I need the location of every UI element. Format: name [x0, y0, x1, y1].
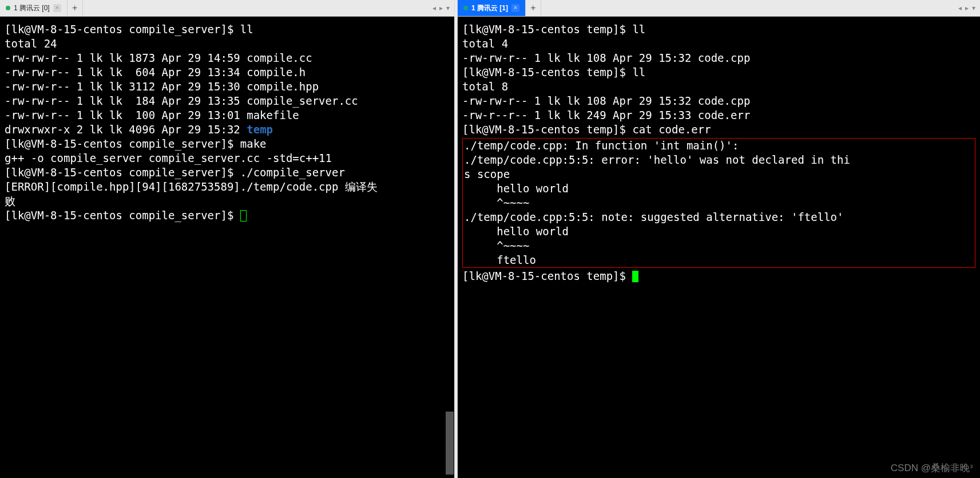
- terminal-text: total 4: [462, 37, 508, 50]
- cursor-icon: [240, 210, 247, 222]
- terminal-text: ftello: [464, 254, 536, 266]
- error-highlight-box: ./temp/code.cpp: In function 'int main()…: [462, 138, 975, 268]
- terminal-line: [lk@VM-8-15-centos temp]$ ll: [462, 22, 975, 37]
- terminal-text: hello world: [464, 182, 569, 195]
- terminal-line: g++ -o compile_server compile_server.cc …: [5, 151, 450, 165]
- terminal-text: -rw-rw-r-- 1 lk lk 184 Apr 29 13:35 comp…: [5, 94, 358, 107]
- terminal-text: [lk@VM-8-15-centos temp]$: [462, 270, 632, 282]
- left-pane: 1 腾讯云 [0] × + ◂ ▸ ▾ [lk@VM-8-15-centos c…: [0, 0, 454, 478]
- tab-next-icon[interactable]: ▸: [965, 4, 969, 12]
- terminal-line: total 4: [462, 37, 975, 51]
- terminal-text: [lk@VM-8-15-centos temp]$ ll: [462, 23, 645, 35]
- terminal-text: [lk@VM-8-15-centos compile_server]$ ll: [5, 23, 253, 35]
- terminal-text: total 24: [5, 37, 57, 50]
- right-new-tab-button[interactable]: +: [526, 0, 541, 16]
- terminal-line: -rw-rw-r-- 1 lk lk 604 Apr 29 13:34 comp…: [5, 65, 450, 80]
- terminal-line: [lk@VM-8-15-centos compile_server]$ ./co…: [5, 165, 450, 180]
- terminal-line: -rw-rw-r-- 1 lk lk 1873 Apr 29 14:59 com…: [5, 51, 450, 65]
- terminal-text: ^~~~~: [464, 196, 529, 209]
- terminal-line: ./temp/code.cpp:5:5: error: 'hello' was …: [464, 153, 974, 167]
- terminal-text: ^~~~~: [464, 239, 529, 252]
- terminal-line: ^~~~~: [464, 239, 974, 253]
- terminal-line: [lk@VM-8-15-centos temp]$ ll: [462, 65, 975, 80]
- left-tab-0[interactable]: 1 腾讯云 [0] ×: [0, 0, 68, 16]
- terminal-text: [lk@VM-8-15-centos temp]$ ll: [462, 66, 645, 78]
- terminal-line: -rw-rw-r-- 1 lk lk 108 Apr 29 15:32 code…: [462, 94, 975, 108]
- terminal-text: -rw-r--r-- 1 lk lk 249 Apr 29 15:33 code…: [462, 109, 750, 121]
- left-terminal[interactable]: [lk@VM-8-15-centos compile_server]$ llto…: [0, 17, 454, 478]
- terminal-line: ./temp/code.cpp:5:5: note: suggested alt…: [464, 210, 974, 224]
- terminal-line: [lk@VM-8-15-centos temp]$ cat code.err: [462, 123, 975, 137]
- left-tab-title: 1 腾讯云 [0]: [14, 0, 50, 16]
- left-tabbar: 1 腾讯云 [0] × + ◂ ▸ ▾: [0, 0, 454, 17]
- tab-prev-icon[interactable]: ◂: [433, 4, 436, 12]
- terminal-text: hello world: [464, 225, 569, 238]
- terminal-text: [ERROR][compile.hpp][94][1682753589]./te…: [5, 180, 378, 193]
- terminal-text: ./temp/code.cpp: In function 'int main()…: [464, 139, 739, 152]
- terminal-line: -rw-rw-r-- 1 lk lk 108 Apr 29 15:32 code…: [462, 51, 975, 65]
- close-icon[interactable]: ×: [511, 4, 519, 12]
- right-tab-title: 1 腾讯云 [1]: [471, 0, 508, 16]
- terminal-text: [lk@VM-8-15-centos temp]$ cat code.err: [462, 123, 711, 136]
- terminal-text: 败: [5, 195, 15, 207]
- terminal-line: ./temp/code.cpp: In function 'int main()…: [464, 139, 974, 153]
- terminal-text: -rw-rw-r-- 1 lk lk 604 Apr 29 13:34 comp…: [5, 66, 305, 78]
- tabbar-spacer: [541, 0, 954, 16]
- terminal-text: -rw-rw-r-- 1 lk lk 1873 Apr 29 14:59 com…: [5, 52, 312, 64]
- left-new-tab-button[interactable]: +: [68, 0, 83, 16]
- terminal-text: -rw-rw-r-- 1 lk lk 100 Apr 29 13:01 make…: [5, 109, 299, 121]
- right-tabbar: 1 腾讯云 [1] × + ◂ ▸ ▾: [458, 0, 980, 17]
- terminal-line: total 8: [462, 80, 975, 94]
- terminal-text: ./temp/code.cpp:5:5: note: suggested alt…: [464, 211, 843, 223]
- split-container: 1 腾讯云 [0] × + ◂ ▸ ▾ [lk@VM-8-15-centos c…: [0, 0, 980, 478]
- terminal-text: -rw-rw-r-- 1 lk lk 3112 Apr 29 15:30 com…: [5, 80, 319, 93]
- terminal-line: -rw-rw-r-- 1 lk lk 3112 Apr 29 15:30 com…: [5, 80, 450, 94]
- terminal-text: -rw-rw-r-- 1 lk lk 108 Apr 29 15:32 code…: [462, 94, 750, 107]
- terminal-text: [lk@VM-8-15-centos compile_server]$: [5, 209, 240, 222]
- scrollbar-thumb[interactable]: [446, 412, 454, 475]
- terminal-line: drwxrwxr-x 2 lk lk 4096 Apr 29 15:32 tem…: [5, 123, 450, 137]
- terminal-line: -rw-rw-r-- 1 lk lk 100 Apr 29 13:01 make…: [5, 108, 450, 123]
- terminal-line: hello world: [464, 224, 974, 239]
- cursor-icon: [632, 271, 638, 282]
- terminal-line: s scope: [464, 167, 974, 181]
- tab-next-icon[interactable]: ▸: [439, 4, 443, 12]
- tabbar-spacer: [83, 0, 428, 16]
- close-icon[interactable]: ×: [53, 4, 61, 12]
- terminal-text: temp: [247, 123, 273, 136]
- terminal-text: drwxrwxr-x 2 lk lk 4096 Apr 29 15:32: [5, 123, 247, 136]
- terminal-line: [lk@VM-8-15-centos compile_server]$: [5, 208, 450, 223]
- terminal-line: total 24: [5, 37, 450, 51]
- tab-menu-icon[interactable]: ▾: [446, 4, 450, 12]
- terminal-line: [lk@VM-8-15-centos temp]$: [462, 269, 975, 283]
- terminal-line: ^~~~~: [464, 196, 974, 210]
- terminal-text: total 8: [462, 80, 508, 93]
- terminal-text: ./temp/code.cpp:5:5: error: 'hello' was …: [464, 153, 850, 166]
- status-dot-icon: [463, 6, 468, 10]
- terminal-text: -rw-rw-r-- 1 lk lk 108 Apr 29 15:32 code…: [462, 52, 750, 64]
- terminal-line: hello world: [464, 181, 974, 196]
- terminal-text: [lk@VM-8-15-centos compile_server]$ make: [5, 137, 267, 150]
- terminal-text: g++ -o compile_server compile_server.cc …: [5, 152, 332, 164]
- right-tab-0[interactable]: 1 腾讯云 [1] ×: [458, 0, 526, 16]
- terminal-text: s scope: [464, 168, 510, 180]
- tab-prev-icon[interactable]: ◂: [958, 4, 962, 12]
- left-tab-nav: ◂ ▸ ▾: [428, 0, 454, 16]
- terminal-line: 败: [5, 194, 450, 208]
- terminal-line: -rw-r--r-- 1 lk lk 249 Apr 29 15:33 code…: [462, 108, 975, 123]
- terminal-line: [lk@VM-8-15-centos compile_server]$ ll: [5, 22, 450, 37]
- right-terminal[interactable]: [lk@VM-8-15-centos temp]$ lltotal 4-rw-r…: [458, 17, 980, 478]
- terminal-line: [ERROR][compile.hpp][94][1682753589]./te…: [5, 180, 450, 194]
- status-dot-icon: [6, 6, 10, 10]
- right-tab-nav: ◂ ▸ ▾: [954, 0, 980, 16]
- terminal-line: [lk@VM-8-15-centos compile_server]$ make: [5, 137, 450, 151]
- terminal-line: -rw-rw-r-- 1 lk lk 184 Apr 29 13:35 comp…: [5, 94, 450, 108]
- terminal-text: [lk@VM-8-15-centos compile_server]$ ./co…: [5, 166, 345, 179]
- right-pane: 1 腾讯云 [1] × + ◂ ▸ ▾ [lk@VM-8-15-centos t…: [458, 0, 980, 478]
- terminal-line: ftello: [464, 253, 974, 267]
- tab-menu-icon[interactable]: ▾: [972, 4, 975, 12]
